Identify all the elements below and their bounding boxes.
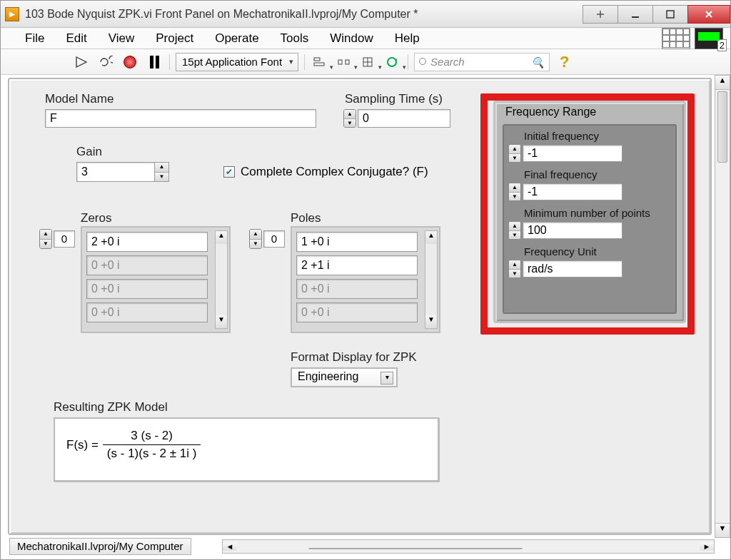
horizontal-scrollbar[interactable]: ◄ ► — [222, 539, 715, 554]
zeros-row-1[interactable] — [86, 255, 208, 275]
toolbar: 15pt Application Font Search 🔍 ? — [1, 49, 730, 75]
vertical-scroll-thumb[interactable] — [717, 91, 727, 163]
navigation-grid-icon[interactable] — [662, 28, 690, 49]
zeros-row-3[interactable] — [86, 302, 208, 322]
distribute-objects-icon[interactable] — [335, 54, 353, 71]
sampling-time-spinner-icon[interactable]: ▲▼ — [343, 109, 356, 128]
resize-objects-icon[interactable] — [359, 54, 378, 71]
format-display-label: Format Display for ZPK — [291, 350, 417, 365]
frequency-range-cluster: Frequency Range Initial frequency ▲▼ Fin… — [493, 101, 686, 323]
vertical-scrollbar[interactable]: ▲ ▼ — [715, 75, 730, 538]
window-title: 103 Bode Nyquist ZPK.vi Front Panel on M… — [25, 8, 418, 21]
search-icon: 🔍 — [531, 56, 545, 69]
initial-frequency-control[interactable]: ▲▼ — [508, 144, 622, 163]
resize-icon[interactable] — [583, 5, 618, 24]
status-bar-tab[interactable]: MechatronikaII.lvproj/My Computer — [9, 538, 191, 555]
zeros-index-spinner-icon[interactable]: ▲▼ — [39, 229, 52, 249]
final-frequency-input[interactable] — [523, 183, 622, 200]
search-input[interactable]: Search 🔍 — [414, 53, 550, 71]
menu-help[interactable]: Help — [385, 29, 430, 49]
poles-scrollbar[interactable]: ▲▼ — [425, 230, 438, 329]
final-frequency-control[interactable]: ▲▼ — [508, 183, 622, 201]
close-button[interactable] — [687, 5, 730, 24]
zeros-index-value[interactable]: 0 — [54, 230, 75, 248]
initial-frequency-label: Initial frequency — [524, 130, 599, 142]
initial-frequency-input[interactable] — [523, 145, 622, 162]
gain-control[interactable]: ▲▼ — [76, 162, 169, 182]
scroll-up-icon[interactable]: ▲ — [715, 76, 730, 90]
gain-spinner-icon[interactable]: ▲▼ — [155, 162, 169, 182]
min-points-input[interactable] — [523, 222, 622, 239]
initial-frequency-spinner-icon[interactable]: ▲▼ — [508, 144, 521, 163]
menubar: File Edit View Project Operate Tools Win… — [1, 28, 730, 49]
svg-rect-1 — [667, 11, 674, 18]
scroll-left-icon[interactable]: ◄ — [223, 542, 237, 551]
scroll-down-icon[interactable]: ▼ — [715, 523, 730, 537]
context-help-icon[interactable]: ? — [560, 53, 569, 71]
poles-row-3[interactable] — [296, 302, 418, 322]
poles-row-0[interactable] — [296, 232, 418, 252]
vi-icon[interactable]: 2 — [695, 28, 723, 49]
frequency-unit-control[interactable]: ▲▼ — [508, 260, 622, 278]
reorder-icon[interactable] — [383, 54, 402, 71]
sampling-time-control[interactable]: ▲▼ — [343, 109, 450, 128]
min-points-control[interactable]: ▲▼ — [508, 221, 622, 240]
menu-operate[interactable]: Operate — [205, 29, 268, 49]
gain-input[interactable] — [76, 162, 155, 182]
frequency-unit-input[interactable] — [523, 260, 622, 278]
zeros-scrollbar[interactable]: ▲▼ — [215, 230, 228, 329]
search-target-icon — [419, 58, 426, 65]
titlebar: ▶ 103 Bode Nyquist ZPK.vi Front Panel on… — [1, 1, 730, 28]
svg-point-7 — [388, 58, 396, 66]
front-panel: Model Name Sampling Time (s) ▲▼ Gain ▲▼ … — [8, 78, 712, 535]
font-selector[interactable]: 15pt Application Font — [176, 53, 298, 71]
sampling-time-label: Sampling Time (s) — [345, 92, 443, 106]
poles-row-2[interactable] — [296, 279, 418, 299]
run-continuously-button[interactable] — [96, 53, 115, 71]
resulting-model-label: Resulting ZPK Model — [54, 400, 168, 414]
frequency-unit-spinner-icon[interactable]: ▲▼ — [508, 260, 521, 278]
zeros-array: ▲▼ — [81, 226, 231, 333]
format-display-dropdown[interactable]: Engineering — [291, 367, 398, 387]
svg-rect-5 — [346, 60, 349, 64]
model-name-label: Model Name — [45, 92, 114, 106]
abort-button[interactable] — [121, 53, 139, 71]
scroll-right-icon[interactable]: ► — [700, 542, 714, 551]
align-objects-icon[interactable] — [311, 54, 329, 71]
model-name-input[interactable] — [45, 109, 316, 128]
maximize-button[interactable] — [652, 5, 688, 24]
horizontal-scroll-thumb[interactable] — [308, 548, 523, 549]
menu-project[interactable]: Project — [146, 29, 203, 49]
minimize-button[interactable] — [617, 5, 653, 24]
poles-row-1[interactable] — [296, 255, 418, 275]
poles-index-spinner-icon[interactable]: ▲▼ — [249, 229, 262, 249]
gain-label: Gain — [76, 145, 102, 159]
svg-rect-3 — [314, 63, 324, 66]
complete-conjugate-checkbox[interactable]: ✔ Complete Complex Conjugate? (F) — [223, 165, 428, 179]
poles-index-value[interactable]: 0 — [263, 230, 285, 248]
menu-edit[interactable]: Edit — [56, 29, 96, 49]
pause-button[interactable] — [145, 53, 163, 71]
app-window: ▶ 103 Bode Nyquist ZPK.vi Front Panel on… — [0, 0, 731, 560]
menu-view[interactable]: View — [99, 29, 145, 49]
zeros-row-2[interactable] — [86, 279, 208, 299]
zeros-index-control[interactable]: ▲▼ 0 — [39, 229, 75, 249]
checkbox-icon: ✔ — [223, 166, 235, 178]
menu-file[interactable]: File — [15, 29, 54, 49]
frequency-range-title: Frequency Range — [505, 106, 596, 118]
labview-app-icon: ▶ — [5, 7, 19, 21]
min-points-spinner-icon[interactable]: ▲▼ — [508, 221, 521, 240]
menu-window[interactable]: Window — [320, 29, 383, 49]
sampling-time-input[interactable] — [358, 109, 450, 128]
final-frequency-label: Final frequency — [524, 168, 598, 180]
svg-rect-4 — [338, 60, 342, 64]
poles-array: ▲▼ — [291, 226, 440, 333]
run-button[interactable] — [72, 53, 91, 71]
zeros-row-0[interactable] — [86, 232, 208, 252]
poles-label: Poles — [291, 211, 321, 225]
svg-rect-0 — [632, 16, 639, 18]
resulting-formula: F(s) = 3 (s - 2) (s - 1)(s - 2 ± 1i ) — [55, 419, 438, 471]
poles-index-control[interactable]: ▲▼ 0 — [249, 229, 285, 249]
final-frequency-spinner-icon[interactable]: ▲▼ — [508, 183, 521, 201]
menu-tools[interactable]: Tools — [271, 29, 319, 49]
